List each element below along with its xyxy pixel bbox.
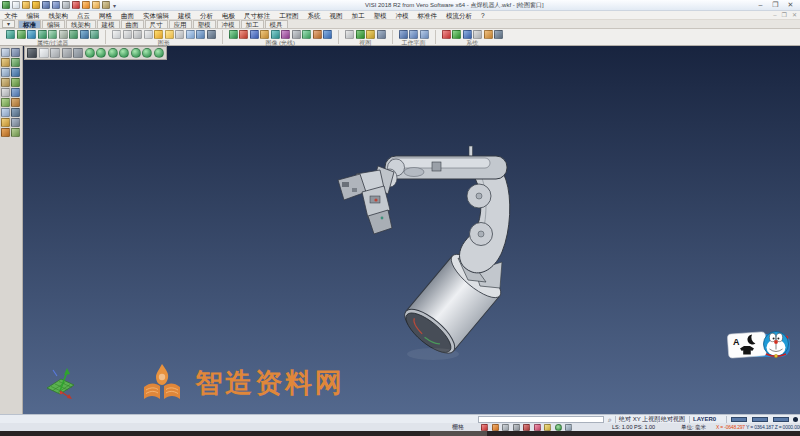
menu-item[interactable]: 尺寸标注 — [240, 11, 275, 20]
tab-mould[interactable]: 塑模 — [193, 20, 216, 28]
tab-application[interactable]: 应用 — [169, 20, 192, 28]
render-icon-3[interactable] — [250, 30, 259, 39]
attr-icon-3[interactable] — [27, 30, 36, 39]
graphic-icon-2[interactable] — [123, 30, 132, 39]
line-tool-icon[interactable] — [11, 58, 20, 67]
command-input[interactable] — [478, 416, 604, 423]
render-icon-10[interactable] — [323, 30, 332, 39]
view-icon-3[interactable] — [366, 30, 375, 39]
grid-display-icon[interactable] — [27, 48, 37, 58]
delete-icon[interactable] — [72, 1, 80, 9]
render-icon-6[interactable] — [281, 30, 290, 39]
mirror-tool-icon[interactable] — [1, 108, 10, 117]
workplane-icon-2[interactable] — [409, 30, 418, 39]
tab-die[interactable]: 冲模 — [217, 20, 240, 28]
redo-icon[interactable] — [92, 1, 100, 9]
open-file-icon[interactable] — [22, 1, 30, 9]
revolve-tool-icon[interactable] — [11, 128, 20, 137]
front-view-icon[interactable] — [108, 48, 118, 58]
mdi-minimize-button[interactable]: – — [773, 11, 776, 20]
attr-icon-6[interactable] — [59, 30, 68, 39]
system-icon-4[interactable] — [473, 30, 482, 39]
snap-center-icon[interactable] — [513, 424, 520, 431]
graphic-icon-4[interactable] — [144, 30, 153, 39]
robot-arm-model[interactable] — [330, 130, 520, 370]
snap-label[interactable]: 栅格 — [452, 423, 464, 431]
snap-quadrant-icon[interactable] — [544, 424, 551, 431]
render-icon-4[interactable] — [260, 30, 269, 39]
solid-tool-icon[interactable] — [1, 88, 10, 97]
snap-grid-icon[interactable] — [481, 424, 488, 431]
close-button[interactable]: ✕ — [783, 0, 798, 10]
save-all-icon[interactable] — [52, 1, 60, 9]
graphic-icon-10[interactable] — [207, 30, 216, 39]
linetype-swatch[interactable] — [752, 417, 768, 422]
color-swatch[interactable] — [731, 417, 747, 422]
menu-item[interactable]: 曲面 — [117, 11, 139, 20]
render-icon-2[interactable] — [239, 30, 248, 39]
arc-tool-icon[interactable] — [1, 68, 10, 77]
graphic-icon-6[interactable] — [165, 30, 174, 39]
mdi-restore-button[interactable]: ❐ — [782, 11, 787, 20]
offset-tool-icon[interactable] — [11, 108, 20, 117]
tab-modeling[interactable]: 建模 — [97, 20, 120, 28]
top-view-icon[interactable] — [96, 48, 106, 58]
rotate-view-icon[interactable] — [154, 48, 164, 58]
view-icon-4[interactable] — [377, 30, 386, 39]
menu-item[interactable]: 电极 — [218, 11, 240, 20]
menu-item[interactable]: 分析 — [196, 11, 218, 20]
grid-toggle-icon[interactable] — [565, 424, 572, 431]
attr-icon-9[interactable] — [90, 30, 99, 39]
workplane-icon-3[interactable] — [420, 30, 429, 39]
measure-tool-icon[interactable] — [1, 98, 10, 107]
history-clock-icon[interactable] — [555, 424, 562, 431]
maximize-button[interactable]: ❐ — [768, 0, 783, 10]
menu-item[interactable]: 视图 — [325, 11, 347, 20]
system-icon-2[interactable] — [452, 30, 461, 39]
system-icon-1[interactable] — [442, 30, 451, 39]
side-view-icon[interactable] — [119, 48, 129, 58]
print-icon[interactable] — [62, 1, 70, 9]
qat-dropdown-icon[interactable]: ▾ — [113, 2, 116, 9]
sketch-tool-icon[interactable] — [11, 88, 20, 97]
tab-dropdown-icon[interactable]: ▾ — [2, 20, 15, 28]
undo-icon[interactable] — [82, 1, 90, 9]
open-recent-icon[interactable] — [32, 1, 40, 9]
attr-icon-8[interactable] — [80, 30, 89, 39]
render-icon-1[interactable] — [229, 30, 238, 39]
graphic-icon-5[interactable] — [154, 30, 163, 39]
menu-item[interactable]: 线架构 — [44, 11, 73, 20]
menu-item[interactable]: 加工 — [347, 11, 369, 20]
curve-tool-icon[interactable] — [1, 78, 10, 87]
attr-icon-2[interactable] — [17, 30, 26, 39]
menu-item[interactable]: 文件 — [0, 11, 22, 20]
chamfer-tool-icon[interactable] — [11, 118, 20, 127]
bottom-view-icon[interactable] — [142, 48, 152, 58]
menu-item[interactable]: 冲模 — [391, 11, 413, 20]
color-dot-indicator[interactable] — [793, 417, 798, 422]
system-icon-5[interactable] — [484, 30, 493, 39]
iso-view-icon[interactable] — [85, 48, 95, 58]
visi-logo-icon[interactable] — [2, 1, 10, 9]
tab-surface[interactable]: 曲面 — [121, 20, 144, 28]
system-icon-6[interactable] — [494, 30, 503, 39]
menu-item[interactable]: 点云 — [73, 11, 95, 20]
attr-icon-5[interactable] — [48, 30, 57, 39]
menu-item[interactable]: 编辑 — [22, 11, 44, 20]
graphic-icon-1[interactable] — [112, 30, 121, 39]
minimize-button[interactable]: – — [753, 0, 768, 10]
menu-item[interactable]: 网格 — [95, 11, 117, 20]
wireframe-view-icon[interactable] — [39, 48, 49, 58]
snap-point-icon[interactable] — [492, 424, 499, 431]
graphic-icon-7[interactable] — [175, 30, 184, 39]
extrude-tool-icon[interactable] — [1, 128, 10, 137]
transform-tool-icon[interactable] — [11, 98, 20, 107]
menu-item[interactable]: 工程图 — [275, 11, 304, 20]
shaded-view-icon[interactable] — [62, 48, 72, 58]
ime-toolbar-doraemon[interactable]: A — [726, 325, 794, 365]
surface-tool-icon[interactable] — [11, 78, 20, 87]
menu-item[interactable]: 塑模 — [369, 11, 391, 20]
linewidth-swatch[interactable] — [773, 417, 789, 422]
dynamic-view-icon[interactable] — [73, 48, 83, 58]
point-tool-icon[interactable] — [1, 58, 10, 67]
